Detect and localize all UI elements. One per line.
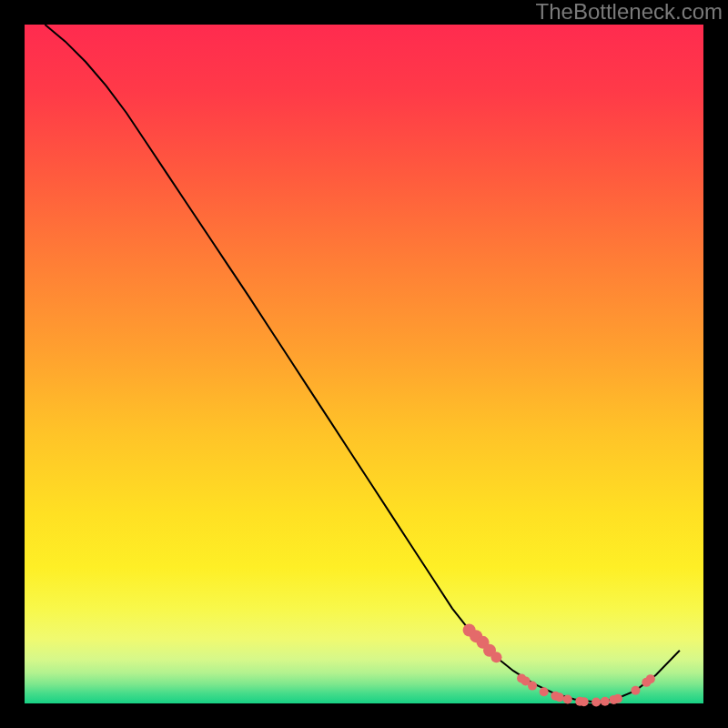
highlight-point bbox=[646, 674, 655, 683]
highlight-point bbox=[555, 693, 564, 702]
highlight-point bbox=[490, 652, 501, 662]
watermark-text: TheBottleneck.com bbox=[536, 1, 723, 23]
chart-stage: TheBottleneck.com bbox=[0, 0, 728, 728]
highlight-point bbox=[540, 687, 549, 696]
bottleneck-chart bbox=[0, 0, 728, 728]
plot-background bbox=[25, 25, 703, 703]
highlight-point bbox=[563, 695, 572, 704]
highlight-point bbox=[631, 686, 640, 695]
highlight-point bbox=[613, 694, 622, 703]
highlight-point bbox=[580, 697, 589, 706]
highlight-point bbox=[528, 682, 537, 691]
highlight-point bbox=[592, 698, 601, 707]
highlight-point bbox=[601, 697, 610, 706]
